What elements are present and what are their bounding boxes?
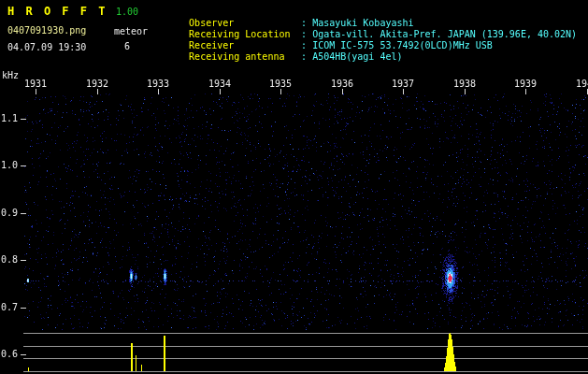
time-tick-label: 1932 — [85, 79, 109, 90]
meteor-count: 6 — [124, 41, 130, 52]
antenna-value: : A504HB(yagi 4el) — [301, 51, 402, 62]
freq-axis-unit: kHz — [2, 70, 19, 81]
time-tick-label: 1935 — [268, 79, 293, 90]
freq-tick-label: 0.8 — [0, 254, 18, 266]
output-filename: 0407091930.png — [7, 25, 86, 36]
datetime-label: 04.07.09 19:30 — [7, 42, 86, 53]
freq-tick-label: 1.1 — [0, 113, 18, 124]
app-version: 1.00 — [116, 7, 138, 18]
app-title: H R O F F T — [7, 6, 108, 17]
freq-tick-label: 1.0 — [0, 160, 18, 171]
freq-tick-label: 0.9 — [0, 208, 18, 219]
time-tick-label: 1939 — [513, 79, 538, 90]
time-tick-label: 1940 — [575, 79, 588, 90]
time-tick-label: 1933 — [146, 79, 170, 90]
time-tick-label: 1936 — [330, 79, 354, 90]
time-tick-label: 1931 — [23, 79, 48, 90]
time-tick-label: 1938 — [452, 79, 477, 90]
freq-tick-label: 0.6 — [0, 349, 18, 360]
antenna-label: Receiving antenna — [189, 51, 301, 63]
time-tick-label: 1937 — [391, 79, 415, 90]
antenna-row: Receiving antenna: A504HB(yagi 4el) — [166, 40, 402, 74]
hrofft-screen: H R O F F T 1.00 0407091930.png meteor 0… — [0, 0, 588, 374]
time-tick-label: 1934 — [208, 79, 232, 90]
mode-label: meteor — [114, 26, 148, 37]
freq-tick-label: 0.7 — [0, 302, 18, 313]
